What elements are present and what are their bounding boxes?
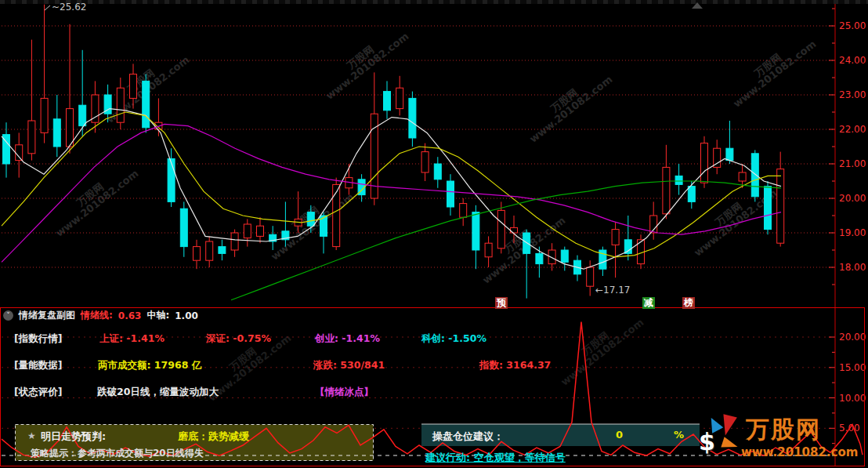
logo-red-ribbon-icon — [718, 414, 737, 437]
svg-text:20.00: 20.00 — [839, 332, 866, 343]
star-icon: ★ — [27, 430, 36, 441]
app-window: 万股网www.201082.com 万股网www.201082.com 万股网w… — [0, 0, 868, 468]
advance-decline: 涨跌: 530/841 — [313, 359, 385, 372]
signal-marker-yu: 预 — [495, 297, 508, 309]
index-value: 指数: 3164.37 — [479, 359, 551, 372]
position-advice-box: 操盘仓位建议： 0 % — [421, 424, 700, 447]
signal-marker-jian: 减 — [642, 297, 655, 309]
high-price-annotation: ~25.62 — [52, 2, 86, 13]
position-unit: % — [674, 429, 684, 441]
sentiment-line-label: 情绪线: — [81, 309, 113, 322]
row-label: [状态评价] — [14, 386, 62, 399]
svg-text:21.00: 21.00 — [839, 158, 866, 169]
status-text: 跌破20日线，缩量波动加大 — [97, 386, 219, 399]
svg-text:15.00: 15.00 — [839, 362, 866, 373]
svg-text:22.00: 22.00 — [839, 124, 866, 135]
signal-marker-bang: 榜 — [682, 297, 695, 309]
forecast-value: 磨底：跌势减缓 — [178, 430, 249, 444]
row-label: [量能数据] — [14, 359, 62, 372]
status-row: [状态评价] 跌破20日线，缩量波动加大 【情绪冰点】 — [0, 386, 835, 398]
action-advice: 建议行动: 空仓观望，等待信号 — [425, 451, 566, 465]
svg-text:19.00: 19.00 — [839, 227, 866, 238]
star-index: 科创: -1.50% — [421, 332, 486, 346]
svg-text:20.00: 20.00 — [839, 193, 866, 204]
position-value: 0 — [616, 429, 623, 441]
row-label: [指数行情] — [14, 332, 62, 346]
shenzhen-index: 深证: -0.75% — [206, 332, 271, 346]
brand-name: 万股网 — [746, 414, 821, 446]
shanghai-index: 上证: -1.41% — [99, 332, 165, 346]
logo-orange-arrow-icon — [721, 437, 739, 452]
market-turnover: 两市成交额: 17968 亿 — [98, 359, 201, 372]
index-quotes-row: [指数行情] 上证: -1.41% 深证: -0.75% 创业: -1.41% … — [0, 332, 835, 345]
status-badge: 【情绪冰点】 — [315, 386, 374, 399]
brand-logo: $ 万股网 www.201082.com — [697, 415, 866, 467]
svg-text:24.00: 24.00 — [839, 55, 866, 66]
position-label: 操盘仓位建议： — [432, 430, 504, 444]
svg-text:23.00: 23.00 — [839, 89, 866, 100]
brand-site: www.201082.com — [741, 445, 858, 459]
svg-text:18.00: 18.00 — [839, 262, 866, 273]
dollar-icon: $ — [699, 428, 715, 455]
midline-label: 中轴: — [146, 309, 169, 322]
forecast-title: 明日走势预判: — [41, 430, 106, 444]
indicator-title: 情绪复盘副图 — [19, 309, 75, 322]
sentiment-line-value: 0.63 — [118, 310, 142, 321]
indicator-header: ˅ 情绪复盘副图 情绪线: 0.63 中轴: 1.00 — [3, 309, 198, 322]
collapse-chevron-icon[interactable]: ˅ — [3, 310, 13, 321]
svg-text:10.00: 10.00 — [839, 393, 866, 404]
midline-value: 1.00 — [175, 310, 198, 321]
strategy-hint: 策略提示：参考两市成交额与20日线得失 — [31, 447, 204, 460]
svg-text:25.00: 25.00 — [839, 20, 866, 31]
chinext-index: 创业: -1.41% — [315, 332, 380, 346]
volume-data-row: [量能数据] 两市成交额: 17968 亿 涨跌: 530/841 指数: 31… — [0, 359, 835, 372]
forecast-box: ★ 明日走势预判: 磨底：跌势减缓 策略提示：参考两市成交额与20日线得失 — [15, 424, 374, 461]
low-price-annotation: ←17.17 — [595, 285, 630, 296]
